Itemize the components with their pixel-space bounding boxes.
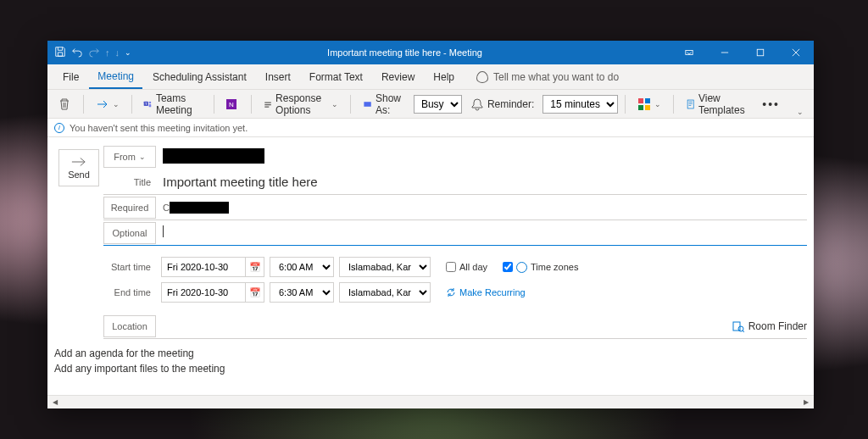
svg-rect-18	[645, 105, 650, 110]
start-date-input[interactable]	[161, 257, 246, 277]
title-label: Title	[103, 171, 156, 193]
show-as-select[interactable]: Busy	[414, 95, 462, 114]
busy-icon	[363, 97, 372, 111]
response-icon	[264, 97, 272, 111]
onenote-button[interactable]: N	[220, 95, 244, 114]
svg-line-22	[743, 331, 744, 332]
all-day-checkbox[interactable]: All day	[446, 262, 487, 272]
end-time-select[interactable]: 6:30 AM	[270, 282, 334, 303]
svg-rect-2	[757, 49, 764, 56]
tell-me-search[interactable]: Tell me what you want to do	[476, 71, 619, 83]
qat-dropdown-icon[interactable]: ⌄	[125, 48, 131, 57]
room-finder-icon	[732, 320, 745, 333]
lightbulb-icon	[476, 71, 488, 83]
teams-meeting-button[interactable]: T Teams Meeting	[138, 90, 206, 119]
svg-rect-20	[733, 322, 740, 331]
view-templates-button[interactable]: View Templates	[681, 90, 754, 119]
svg-point-7	[149, 101, 152, 103]
svg-rect-17	[638, 105, 643, 110]
tab-format[interactable]: Format Text	[301, 66, 371, 88]
response-options-button[interactable]: Response Options⌄	[259, 90, 343, 119]
more-commands-button[interactable]: •••	[757, 95, 785, 114]
meeting-form: Send From Title Important meeting title …	[47, 137, 814, 346]
send-button[interactable]: Send	[58, 149, 99, 186]
scroll-left-icon[interactable]: ◀	[49, 397, 61, 408]
titlebar: ↑ ↓ ⌄ Important meeting title here - Mee…	[47, 41, 814, 64]
timezones-checkbox[interactable]: Time zones	[503, 262, 578, 273]
location-input[interactable]	[161, 323, 732, 330]
tab-file[interactable]: File	[54, 66, 87, 88]
reminder-select[interactable]: 15 minutes	[542, 95, 618, 114]
from-value	[161, 145, 807, 169]
calendar-icon[interactable]: 📅	[246, 257, 264, 277]
onenote-icon: N	[225, 97, 239, 111]
delete-button[interactable]	[53, 95, 76, 114]
meeting-body[interactable]: Add an agenda for the meeting Add any im…	[47, 346, 814, 395]
svg-rect-8	[149, 104, 152, 107]
recurring-icon	[446, 287, 456, 297]
save-icon[interactable]	[54, 46, 66, 59]
horizontal-scrollbar[interactable]: ◀ ▶	[47, 395, 814, 408]
down-icon[interactable]: ↓	[115, 47, 120, 58]
tab-scheduling[interactable]: Scheduling Assistant	[144, 66, 255, 88]
info-icon: i	[54, 123, 64, 133]
location-button[interactable]: Location	[103, 315, 156, 337]
redo-icon[interactable]	[88, 46, 100, 59]
calendar-icon[interactable]: 📅	[246, 282, 264, 303]
scroll-right-icon[interactable]: ▶	[800, 397, 812, 408]
meeting-window: ↑ ↓ ⌄ Important meeting title here - Mee…	[47, 41, 814, 408]
body-line: Add an agenda for the meeting	[54, 346, 807, 361]
tab-meeting[interactable]: Meeting	[89, 65, 142, 89]
maximize-button[interactable]	[743, 41, 778, 64]
title-input[interactable]: Important meeting title here	[161, 171, 807, 192]
info-message: You haven't sent this meeting invitation…	[70, 123, 248, 133]
ellipsis-icon: •••	[762, 97, 780, 111]
optional-button[interactable]: Optional	[103, 222, 156, 244]
collapse-ribbon-icon[interactable]: ⌄	[792, 106, 809, 118]
required-button[interactable]: Required	[103, 197, 156, 219]
svg-text:N: N	[229, 101, 234, 108]
undo-icon[interactable]	[71, 46, 83, 59]
templates-icon	[686, 97, 695, 111]
room-finder-button[interactable]: Room Finder	[732, 320, 807, 333]
reminder-label: Reminder:	[465, 95, 539, 114]
forward-button[interactable]: ⌄	[91, 95, 125, 114]
show-as-label: Show As:	[358, 90, 410, 119]
svg-rect-15	[638, 98, 643, 103]
from-button[interactable]: From	[103, 146, 156, 168]
svg-rect-14	[364, 102, 370, 107]
ribbon-display-icon[interactable]	[671, 41, 707, 64]
categorize-icon	[637, 97, 651, 111]
svg-rect-12	[264, 104, 271, 105]
end-date-input[interactable]	[161, 282, 246, 303]
start-time-label: Start time	[103, 256, 156, 278]
tab-review[interactable]: Review	[373, 66, 423, 88]
svg-rect-19	[687, 100, 693, 108]
from-redacted	[163, 148, 264, 164]
start-tz-select[interactable]: Islamabad, Karachi	[339, 257, 431, 277]
make-recurring-link[interactable]: Make Recurring	[446, 287, 526, 297]
bell-icon	[470, 97, 484, 111]
ribbon: ⌄ T Teams Meeting N Response Options⌄ Sh…	[47, 90, 814, 119]
start-time-select[interactable]: 6:00 AM	[270, 257, 334, 277]
window-title: Important meeting title here - Meeting	[138, 47, 671, 58]
required-redacted	[170, 202, 229, 214]
tab-insert[interactable]: Insert	[257, 66, 299, 88]
categorize-button[interactable]: ⌄	[632, 95, 666, 114]
body-line: Add any important files to the meeting	[54, 361, 807, 376]
tell-me-placeholder: Tell me what you want to do	[493, 71, 619, 83]
teams-icon: T	[143, 97, 153, 111]
svg-rect-11	[264, 102, 271, 103]
svg-rect-16	[645, 98, 650, 103]
send-arrow-icon	[71, 156, 86, 168]
svg-rect-13	[264, 106, 269, 107]
optional-input[interactable]	[161, 222, 807, 243]
end-tz-select[interactable]: Islamabad, Karachi	[339, 282, 431, 303]
tab-help[interactable]: Help	[425, 66, 463, 88]
info-bar: i You haven't sent this meeting invitati…	[47, 119, 814, 137]
globe-icon	[516, 262, 527, 273]
minimize-button[interactable]	[707, 41, 743, 64]
close-button[interactable]	[778, 41, 814, 64]
required-value[interactable]: C	[161, 197, 807, 218]
up-icon[interactable]: ↑	[105, 47, 110, 58]
